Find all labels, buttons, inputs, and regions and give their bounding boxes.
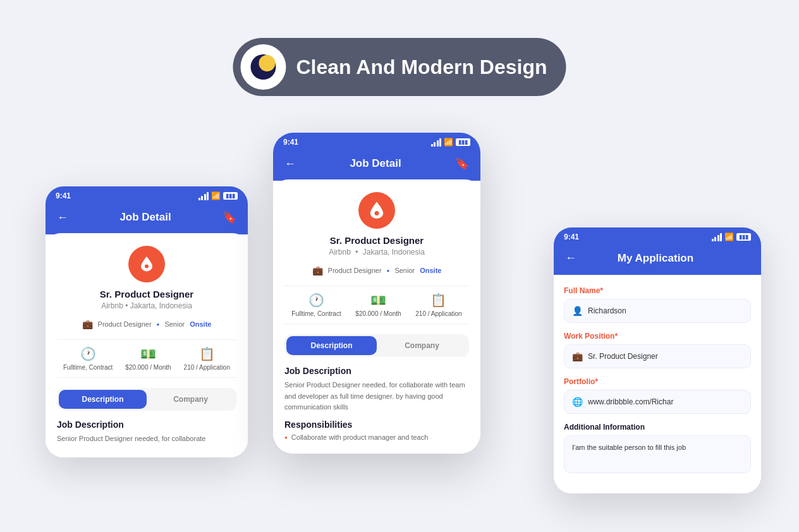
form-group-portfolio: Portfolio* 🌐 www.dribbble.com/Richar — [564, 377, 751, 414]
job-company-center: Airbnb • Jakarta, Indonesia — [329, 248, 425, 257]
briefcase-icon-center: 💼 — [312, 265, 323, 275]
input-portfolio[interactable]: 🌐 www.dribbble.com/Richar — [564, 390, 751, 414]
signal-icon-right — [712, 233, 723, 241]
tag-role-center: Product Designer — [328, 267, 382, 274]
stat-salary-center: 💵 $20.000 / Month — [355, 293, 401, 317]
card-body-center: Sr. Product Designer Airbnb • Jakarta, I… — [273, 179, 480, 454]
status-icons-right: 📶 ▮▮▮ — [712, 233, 752, 241]
dot-center: • — [355, 248, 360, 257]
desc-title-center: Job Description — [284, 366, 469, 376]
back-icon-center[interactable]: ← — [284, 157, 296, 171]
tab-desc-left[interactable]: Description — [59, 390, 147, 409]
phone-right: 9:41 📶 ▮▮▮ ← My Application Full Name* 👤… — [554, 227, 761, 493]
resp-title-center: Responsibilities — [284, 420, 469, 430]
nav-title-right: My Application — [618, 252, 693, 265]
airbnb-logo-center — [367, 200, 387, 221]
contract-icon-left: 🕐 — [80, 346, 96, 361]
stat-label-contract-center: Fulltime, Contract — [291, 310, 341, 317]
nav-bar-center: ← Job Detail 🔖 — [273, 150, 480, 181]
apps-icon-left: 📋 — [199, 346, 215, 361]
globe-icon: 🌐 — [572, 397, 583, 407]
desc-text-left: Senior Product Designer needed, for coll… — [57, 433, 236, 445]
badge-title: Clean And Modern Design — [296, 56, 547, 79]
company-logo-left — [128, 246, 165, 282]
bookmark-icon-left[interactable]: 🔖 — [223, 210, 236, 224]
svg-point-1 — [259, 55, 275, 71]
back-icon-left[interactable]: ← — [57, 211, 68, 224]
stat-label-apps-left: 210 / Application — [184, 364, 230, 371]
bookmark-icon-center[interactable]: 🔖 — [455, 157, 469, 171]
nav-title-center: Job Detail — [350, 157, 401, 170]
input-name[interactable]: 👤 Richardson — [564, 299, 751, 323]
label-position: Work Position* — [564, 332, 751, 341]
tab-company-left[interactable]: Company — [147, 390, 235, 409]
resp-item-1-center: ● Collaborate with product manager and t… — [284, 433, 469, 441]
input-position-value: Sr. Product Designer — [588, 352, 658, 361]
job-title-center: Sr. Product Designer — [330, 235, 424, 246]
salary-icon-left: 💵 — [140, 346, 156, 361]
status-time-center: 9:41 — [283, 138, 298, 147]
tag-dot1-center: ● — [387, 268, 390, 274]
tag-role-left: Product Designer — [98, 320, 152, 328]
briefcase-icon-left: 💼 — [82, 319, 93, 329]
job-title-left: Sr. Product Designer — [100, 289, 193, 299]
phone-left: 9:41 📶 ▮▮▮ ← Job Detail 🔖 Sr. P — [46, 186, 248, 457]
resp-item-text-1: Collaborate with product manager and tea… — [291, 433, 428, 441]
signal-icon — [198, 192, 209, 200]
stat-label-salary-left: $20.000 / Month — [125, 364, 171, 371]
svg-point-2 — [145, 265, 149, 269]
input-position[interactable]: 💼 Sr. Product Designer — [564, 344, 751, 368]
salary-icon-center: 💵 — [370, 293, 386, 308]
wifi-icon-right: 📶 — [724, 233, 734, 241]
status-icons-left: 📶 ▮▮▮ — [198, 191, 238, 200]
wifi-icon-center: 📶 — [444, 138, 453, 147]
tab-buttons-left: Description Company — [57, 388, 236, 411]
company-logo-center — [358, 192, 395, 229]
form-group-position: Work Position* 💼 Sr. Product Designer — [564, 332, 751, 368]
nav-bar-left: ← Job Detail 🔖 — [46, 204, 248, 234]
battery-icon: ▮▮▮ — [223, 192, 238, 200]
back-icon-right[interactable]: ← — [565, 251, 576, 265]
input-additional[interactable]: I'am the suitable person to fill this jo… — [564, 435, 751, 473]
form-body-right: Full Name* 👤 Richardson Work Position* 💼… — [554, 275, 761, 493]
tag-type-center: Onsite — [420, 267, 441, 274]
phone-center: 9:41 📶 ▮▮▮ ← Job Detail 🔖 Sr. P — [273, 133, 480, 454]
label-portfolio: Portfolio* — [564, 377, 751, 386]
contract-icon-center: 🕐 — [308, 293, 324, 308]
stat-salary-left: 💵 $20.000 / Month — [125, 346, 171, 371]
stat-apps-center: 📋 210 / Application — [415, 293, 461, 317]
stat-contract-center: 🕐 Fulltime, Contract — [291, 293, 341, 317]
status-time-right: 9:41 — [564, 233, 579, 241]
nav-title-left: Job Detail — [119, 211, 171, 224]
input-portfolio-value: www.dribbble.com/Richar — [588, 397, 673, 406]
job-header-left: Sr. Product Designer Airbnb • Jakarta, I… — [57, 246, 236, 310]
wifi-icon: 📶 — [211, 191, 221, 200]
tag-dot1-left: ● — [157, 322, 160, 327]
stat-contract-left: 🕐 Fulltime, Contract — [63, 346, 113, 371]
header-badge: Clean And Modern Design — [233, 38, 566, 96]
battery-icon-center: ▮▮▮ — [456, 138, 470, 146]
job-tags-center: 💼 Product Designer ● Senior Onsite — [284, 265, 469, 275]
job-header-center: Sr. Product Designer Airbnb • Jakarta, I… — [284, 192, 469, 257]
status-bar-center: 9:41 📶 ▮▮▮ — [273, 133, 480, 150]
list-dot-icon: ● — [284, 435, 288, 440]
apps-icon-center: 📋 — [430, 293, 446, 308]
moon-sun-icon — [249, 53, 277, 81]
label-name: Full Name* — [564, 286, 751, 295]
tag-type-left: Onsite — [190, 320, 211, 328]
signal-icon-center — [431, 138, 442, 147]
stat-apps-left: 📋 210 / Application — [184, 346, 230, 371]
briefcase-icon-right: 💼 — [572, 351, 583, 361]
airbnb-logo-left — [137, 255, 156, 274]
location-center: Jakarta, Indonesia — [363, 248, 425, 257]
badge-icon — [240, 44, 286, 90]
tab-company-center[interactable]: Company — [377, 336, 467, 355]
tab-desc-center[interactable]: Description — [286, 336, 377, 355]
status-icons-center: 📶 ▮▮▮ — [431, 138, 471, 147]
form-group-additional: Additional Information I'am the suitable… — [564, 423, 751, 473]
status-time-left: 9:41 — [56, 191, 71, 200]
user-icon: 👤 — [572, 306, 583, 316]
battery-icon-right: ▮▮▮ — [736, 233, 751, 241]
form-group-name: Full Name* 👤 Richardson — [564, 286, 751, 323]
brand-center: Airbnb — [329, 248, 351, 257]
